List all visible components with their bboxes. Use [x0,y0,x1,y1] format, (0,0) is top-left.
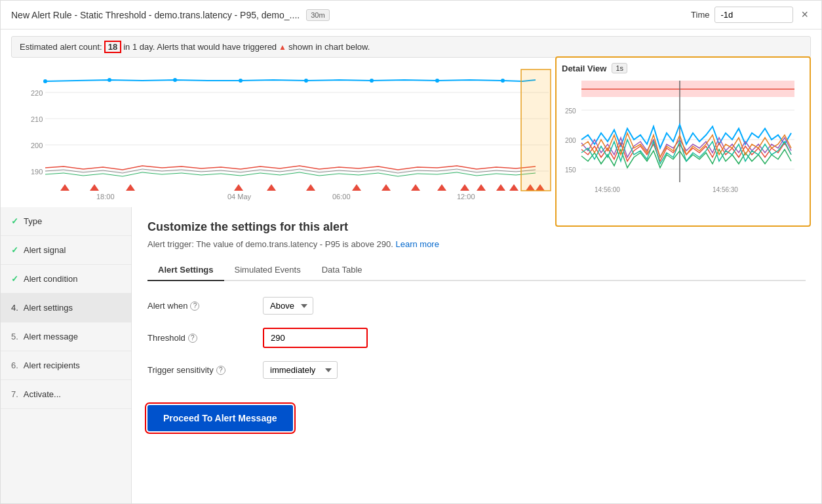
svg-marker-24 [411,184,420,191]
svg-text:18:00: 18:00 [96,193,115,201]
alert-when-select[interactable]: Above Below Equal [263,297,313,315]
alert-when-row: Alert when ? Above Below Equal [147,297,806,315]
svg-point-13 [370,79,374,83]
page-title: New Alert Rule - Static Threshold - demo… [11,10,300,20]
svg-point-12 [304,79,308,83]
svg-text:06:00: 06:00 [332,193,351,201]
sidebar-item-alert-signal[interactable]: ✓ Alert signal [1,236,131,265]
sidebar: ✓ Type ✓ Alert signal ✓ Alert condition … [1,207,132,503]
svg-text:14:56:00: 14:56:00 [595,186,620,193]
tab-data-table[interactable]: Data Table [311,260,373,281]
svg-text:12:00: 12:00 [457,193,475,201]
tabs: Alert Settings Simulated Events Data Tab… [147,260,806,281]
svg-text:220: 220 [31,89,43,97]
alert-count-suffix: in 1 day. Alerts that would have trigger… [123,42,277,52]
svg-marker-22 [352,184,361,191]
tab-alert-settings[interactable]: Alert Settings [147,260,224,281]
svg-text:150: 150 [565,166,576,174]
detail-view: Detail View 1s 250 200 150 [555,56,811,227]
svg-marker-16 [60,184,69,191]
svg-rect-36 [521,69,551,191]
check-icon: ✓ [11,245,18,255]
time-badge: 30m [306,9,329,21]
main-chart: 220 210 200 190 [11,63,562,201]
svg-marker-20 [267,184,276,191]
threshold-row: Threshold ? [147,328,806,348]
sidebar-item-alert-condition[interactable]: ✓ Alert condition [1,265,131,294]
sidebar-item-alert-recipients-label: Alert recipients [24,360,80,370]
close-button[interactable]: × [798,8,811,22]
time-input[interactable] [714,7,793,23]
proceed-button[interactable]: Proceed To Alert Message [147,405,293,431]
alert-when-help-icon[interactable]: ? [190,301,199,311]
check-icon: ✓ [11,274,18,284]
svg-text:200: 200 [565,137,576,144]
sidebar-item-alert-signal-label: Alert signal [24,245,66,255]
svg-marker-27 [477,184,486,191]
svg-point-9 [108,78,111,82]
svg-text:190: 190 [31,168,43,176]
alert-count-number: 18 [104,41,121,53]
svg-text:250: 250 [565,107,576,115]
svg-point-8 [43,79,47,83]
svg-marker-26 [460,184,469,191]
svg-marker-28 [496,184,505,191]
sidebar-item-type-label: Type [24,216,42,226]
detail-view-title: Detail View [562,64,606,73]
sidebar-item-alert-message[interactable]: 5. Alert message [1,322,131,351]
svg-point-14 [435,79,439,83]
svg-point-11 [239,79,243,83]
learn-more-link[interactable]: Learn more [395,239,439,249]
detail-chart: 250 200 150 [562,77,798,215]
sidebar-num: 7. [11,389,18,399]
sidebar-num: 5. [11,332,18,341]
svg-text:14:56:30: 14:56:30 [713,186,738,193]
alert-count-bar: Estimated alert count: 18 in 1 day. Aler… [11,36,811,58]
alert-count-suffix2: shown in chart below. [288,42,370,52]
detail-view-badge: 1s [612,63,627,73]
sidebar-item-activate-label: Activate... [24,389,61,399]
main-content: Customize the settings for this alert Al… [132,207,821,503]
svg-marker-25 [437,184,446,191]
sidebar-num: 6. [11,360,18,370]
trigger-sensitivity-help-icon[interactable]: ? [216,366,225,375]
sidebar-item-alert-settings-label: Alert settings [24,303,73,313]
svg-text:200: 200 [31,142,43,149]
time-label: Time [691,10,709,20]
svg-marker-17 [90,184,99,191]
alert-trigger-prefix: Alert trigger: The value of demo.trans.l… [147,239,393,249]
tab-simulated-events[interactable]: Simulated Events [224,260,311,281]
sidebar-item-alert-message-label: Alert message [24,332,78,341]
svg-point-15 [501,79,505,83]
svg-text:210: 210 [31,115,43,123]
svg-marker-23 [382,184,391,191]
trigger-sensitivity-select[interactable]: immediately on average at least once [263,361,338,379]
trigger-sensitivity-row: Trigger sensitivity ? immediately on ave… [147,361,806,379]
sidebar-item-activate[interactable]: 7. Activate... [1,380,131,409]
svg-point-10 [173,78,177,82]
sidebar-item-alert-recipients[interactable]: 6. Alert recipients [1,351,131,380]
sidebar-item-alert-settings[interactable]: 4. Alert settings [1,294,131,322]
svg-marker-19 [234,184,243,191]
alert-when-label: Alert when ? [147,301,252,311]
svg-marker-21 [306,184,315,191]
svg-marker-29 [509,184,519,191]
triangle-icon: ▲ [279,43,286,52]
alert-trigger-text: Alert trigger: The value of demo.trans.l… [147,239,806,249]
threshold-label: Threshold ? [147,333,252,343]
threshold-help-icon[interactable]: ? [188,334,197,343]
svg-marker-18 [126,184,135,191]
sidebar-item-type[interactable]: ✓ Type [1,207,131,236]
sidebar-item-alert-condition-label: Alert condition [24,274,77,284]
svg-text:04 May: 04 May [227,193,252,201]
threshold-input[interactable] [263,328,368,348]
alert-count-prefix: Estimated alert count: [20,42,102,52]
sidebar-num: 4. [11,303,18,313]
chart-section: Estimated alert count: 18 in 1 day. Aler… [1,29,821,207]
header-left: New Alert Rule - Static Threshold - demo… [11,9,330,21]
header-right: Time × [691,7,811,23]
check-icon: ✓ [11,216,18,226]
trigger-sensitivity-label: Trigger sensitivity ? [147,365,252,375]
